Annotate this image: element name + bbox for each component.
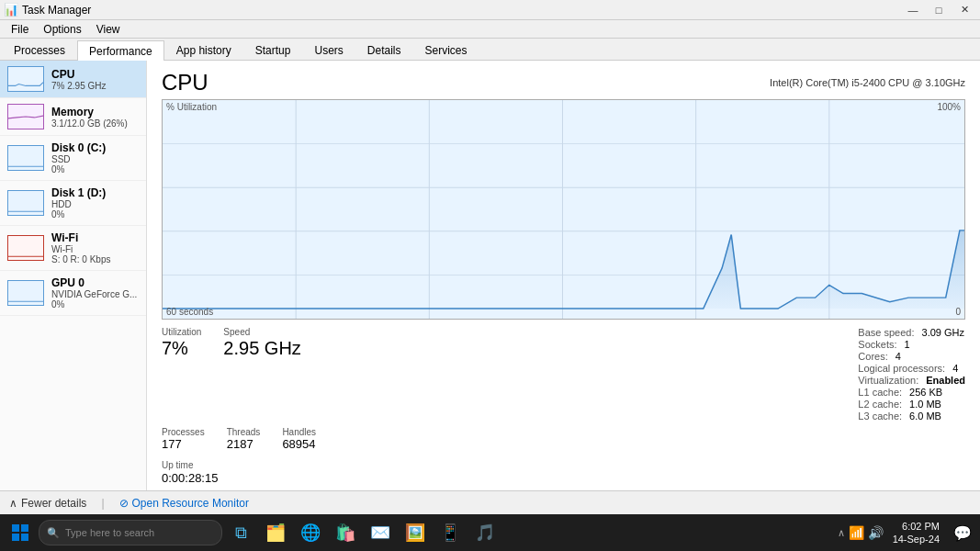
- disk0-thumbnail: [7, 145, 44, 171]
- sidebar-item-wifi[interactable]: Wi-Fi Wi-FiS: 0 R: 0 Kbps: [0, 226, 146, 271]
- l2-value: 1.0 MB: [909, 399, 941, 410]
- disk1-sidebar-sub: HDD0%: [51, 199, 139, 219]
- chart-label-0: 0: [955, 307, 961, 317]
- wifi-thumbnail: [7, 235, 44, 261]
- gpu0-thumbnail: [7, 280, 44, 306]
- taskbar: 🔍 Type here to search ⧉ 🗂️ 🌐 🛍️ ✉️ 🖼️ 📱 …: [0, 514, 980, 551]
- threads-label: Threads: [227, 427, 261, 437]
- disk0-sidebar-info: Disk 0 (C:) SSD0%: [51, 141, 139, 174]
- taskbar-icon-explorer[interactable]: 🗂️: [259, 516, 292, 549]
- gpu0-sidebar-sub: NVIDIA GeForce G...0%: [51, 289, 139, 309]
- taskbar-icon-store[interactable]: 🛍️: [329, 516, 362, 549]
- taskbar-icon-edge[interactable]: 🌐: [294, 516, 327, 549]
- right-panel: CPU Intel(R) Core(TM) i5-2400 CPU @ 3.10…: [147, 61, 980, 490]
- tab-performance[interactable]: Performance: [77, 40, 164, 61]
- taskbar-icon-photos[interactable]: 🖼️: [399, 516, 432, 549]
- search-icon: 🔍: [47, 527, 60, 539]
- svg-rect-19: [12, 534, 19, 541]
- sidebar-item-disk0[interactable]: Disk 0 (C:) SSD0%: [0, 136, 146, 181]
- cpu-sidebar-title: CPU: [51, 68, 139, 81]
- open-monitor-label[interactable]: Open Resource Monitor: [132, 497, 249, 510]
- menu-bar: File Options View: [0, 20, 980, 39]
- svg-rect-6: [163, 100, 964, 319]
- bottom-bar: ∧ Fewer details | ⊘ Open Resource Monito…: [0, 490, 980, 514]
- taskbar-app-icons: ⧉ 🗂️ 🌐 🛍️ ✉️ 🖼️ 📱 🎵: [224, 516, 501, 549]
- search-placeholder: Type here to search: [65, 527, 154, 538]
- fewer-details-label: Fewer details: [21, 497, 86, 510]
- tab-bar: Processes Performance App history Startu…: [0, 39, 980, 61]
- uptime-value: 0:00:28:15: [162, 471, 218, 485]
- open-monitor-link[interactable]: ⊘ Open Resource Monitor: [119, 497, 249, 510]
- sidebar-item-memory[interactable]: Memory 3.1/12.0 GB (26%): [0, 98, 146, 136]
- sidebar-item-cpu[interactable]: CPU 7% 2.95 GHz: [0, 61, 146, 98]
- taskbar-icon-app1[interactable]: 📱: [434, 516, 467, 549]
- notification-button[interactable]: 💬: [949, 516, 976, 549]
- svg-rect-17: [12, 524, 19, 532]
- handles-group: Handles 68954: [282, 427, 316, 451]
- disk1-sidebar-title: Disk 1 (D:): [51, 186, 139, 199]
- l1-value: 256 KB: [909, 387, 942, 398]
- process-stats-row: Processes 177 Threads 2187 Handles 68954: [162, 427, 965, 451]
- separator: |: [101, 497, 104, 510]
- monitor-icon: ⊘: [119, 497, 129, 510]
- threads-group: Threads 2187: [227, 427, 261, 451]
- system-tray: ∧ 📶 🔊: [838, 525, 884, 540]
- memory-sidebar-title: Memory: [51, 106, 139, 118]
- sockets-label: Sockets:: [858, 339, 896, 350]
- network-icon: 📶: [849, 525, 864, 540]
- disk1-sidebar-info: Disk 1 (D:) HDD0%: [51, 186, 139, 219]
- svg-rect-0: [8, 67, 43, 91]
- taskbar-date: 14-Sep-24: [893, 533, 940, 545]
- base-speed-value: 3.09 GHz: [922, 327, 964, 338]
- menu-file[interactable]: File: [4, 21, 36, 38]
- taskbar-icon-mail[interactable]: ✉️: [364, 516, 397, 549]
- tab-startup[interactable]: Startup: [243, 39, 303, 60]
- processes-group: Processes 177: [162, 427, 205, 451]
- cpu-title: CPU: [162, 70, 208, 96]
- volume-icon[interactable]: 🔊: [868, 525, 884, 540]
- stats-row: Utilization 7% Speed 2.95 GHz Base speed…: [162, 327, 965, 422]
- minimize-button[interactable]: —: [901, 2, 925, 18]
- tray-chevron[interactable]: ∧: [838, 527, 845, 539]
- cores-label: Cores:: [858, 351, 887, 362]
- utilization-value: 7%: [162, 337, 201, 359]
- gpu0-sidebar-info: GPU 0 NVIDIA GeForce G...0%: [51, 276, 139, 309]
- title-bar-icon: 📊: [4, 3, 18, 17]
- chart-label-100: 100%: [937, 102, 961, 112]
- maximize-button[interactable]: □: [927, 2, 951, 18]
- memory-thumbnail: [7, 104, 44, 129]
- tab-details[interactable]: Details: [355, 39, 413, 60]
- title-bar: 📊 Task Manager — □ ✕: [0, 0, 980, 20]
- chevron-up-icon: ∧: [9, 497, 17, 510]
- tab-app-history[interactable]: App history: [164, 39, 243, 60]
- tab-services[interactable]: Services: [413, 39, 479, 60]
- utilization-group: Utilization 7%: [162, 327, 201, 422]
- start-button[interactable]: [4, 516, 37, 549]
- gpu0-sidebar-title: GPU 0: [51, 276, 139, 289]
- wifi-sidebar-info: Wi-Fi Wi-FiS: 0 R: 0 Kbps: [51, 231, 139, 264]
- wifi-sidebar-sub: Wi-FiS: 0 R: 0 Kbps: [51, 244, 139, 264]
- sidebar-item-disk1[interactable]: Disk 1 (D:) HDD0%: [0, 181, 146, 226]
- sidebar-item-gpu0[interactable]: GPU 0 NVIDIA GeForce G...0%: [0, 271, 146, 316]
- tab-processes[interactable]: Processes: [2, 39, 77, 60]
- sidebar: CPU 7% 2.95 GHz Memory 3.1/12.0 GB (26%): [0, 61, 147, 490]
- taskbar-time-date[interactable]: 6:02 PM 14-Sep-24: [885, 520, 947, 546]
- menu-options[interactable]: Options: [36, 21, 88, 38]
- disk0-sidebar-title: Disk 0 (C:): [51, 141, 139, 154]
- taskbar-icon-task-view[interactable]: ⧉: [224, 516, 257, 549]
- uptime-section: Up time 0:00:28:15: [162, 458, 965, 485]
- taskbar-icon-app2[interactable]: 🎵: [468, 516, 501, 549]
- cpu-chart-svg: [163, 100, 964, 319]
- title-bar-text: Task Manager: [22, 4, 901, 17]
- notification-icon: 💬: [953, 524, 972, 542]
- virtualization-value: Enabled: [926, 375, 965, 386]
- menu-view[interactable]: View: [89, 21, 128, 38]
- cpu-header: CPU Intel(R) Core(TM) i5-2400 CPU @ 3.10…: [162, 70, 965, 96]
- tab-users[interactable]: Users: [302, 39, 355, 60]
- fewer-details-button[interactable]: ∧ Fewer details: [9, 497, 86, 510]
- taskbar-search[interactable]: 🔍 Type here to search: [39, 520, 222, 545]
- svg-rect-18: [21, 524, 28, 532]
- memory-sidebar-sub: 3.1/12.0 GB (26%): [51, 118, 139, 129]
- handles-label: Handles: [282, 427, 316, 437]
- close-button[interactable]: ✕: [952, 2, 976, 18]
